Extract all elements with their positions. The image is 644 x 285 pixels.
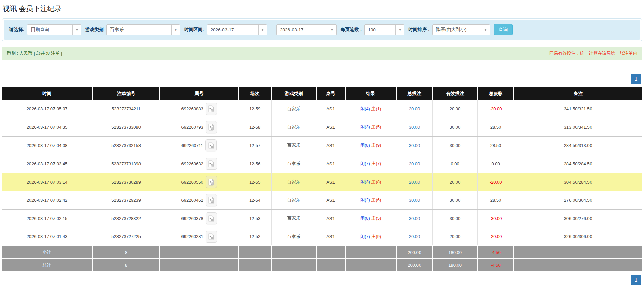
game-type-select[interactable]: 百家乐 ▾ — [106, 24, 180, 35]
table-row: 2026-03-17 07:02:42523273729239692260462… — [2, 191, 642, 209]
result-banker: 庄(1) — [371, 106, 381, 111]
query-type-label: 请选择: — [9, 27, 24, 33]
cell-remark: 313.00/341.50 — [514, 118, 642, 136]
result-player: 闲(4) — [360, 106, 370, 111]
cell-remark: 284.50/313.00 — [514, 136, 642, 155]
total-count: 8 — [92, 259, 160, 271]
game-type-value: 百家乐 — [107, 25, 171, 35]
header-total-bet: 总投注 — [396, 87, 433, 100]
cell-total-bet: 20.00 — [396, 100, 433, 118]
query-type-select[interactable]: 日期查询 ▾ — [27, 24, 81, 35]
search-button[interactable]: 查询 — [494, 24, 513, 35]
result-player: 闲(3) — [360, 124, 370, 129]
cell-session: 12-57 — [238, 136, 271, 155]
cell-payout: -20.00 — [477, 228, 514, 246]
cell-remark: 284.50/284.50 — [514, 155, 642, 173]
round-number: 692260793 — [181, 125, 203, 130]
cell-remark: 341.50/321.50 — [514, 100, 642, 118]
cell-valid-bet: 30.00 — [433, 209, 477, 228]
cell-bet-id: 523273731398 — [92, 155, 160, 173]
cell-table-no: AS1 — [316, 209, 345, 228]
total-bet-link[interactable]: 20.00 — [409, 161, 420, 166]
video-record-icon[interactable] — [206, 158, 217, 170]
cell-result: 闲(7) 庄(9) — [345, 228, 396, 246]
video-record-icon[interactable] — [205, 139, 217, 151]
table-row: 2026-03-17 07:03:45523273731398692260632… — [2, 155, 642, 173]
cell-total-bet: 30.00 — [396, 209, 433, 228]
cell-game-type: 百家乐 — [272, 136, 316, 155]
cell-result: 闲(3) 庄(5) — [345, 118, 396, 136]
video-record-icon[interactable] — [206, 212, 217, 224]
time-range-label: 时间区间: — [184, 27, 204, 33]
subtotal-total-bet: 200.00 — [396, 246, 433, 259]
total-bet-link[interactable]: 30.00 — [409, 125, 420, 130]
video-record-icon[interactable] — [206, 103, 217, 115]
result-banker: 庄(7) — [371, 161, 381, 166]
result-banker: 庄(5) — [371, 124, 381, 129]
video-record-glyph — [208, 124, 214, 131]
chevron-down-icon: ▾ — [328, 25, 336, 35]
total-bet-link[interactable]: 20.00 — [409, 106, 420, 111]
pagination-bottom: 1 — [3, 275, 641, 285]
cell-session: 12-58 — [238, 118, 271, 136]
video-record-icon[interactable] — [206, 176, 217, 188]
cell-round-id: 692260793 — [160, 118, 238, 136]
cell-round-id: 692260281 — [160, 228, 238, 246]
video-record-icon[interactable] — [206, 194, 217, 206]
chevron-down-icon: ▾ — [171, 25, 180, 35]
round-number: 692260711 — [181, 143, 203, 148]
total-bet-link[interactable]: 30.00 — [409, 216, 420, 221]
header-table-no: 桌号 — [316, 87, 345, 100]
header-game-type: 游戏类别 — [272, 87, 316, 100]
page-button[interactable]: 1 — [631, 74, 641, 84]
result-banker: 庄(9) — [371, 143, 381, 148]
filter-bar: 请选择: 日期查询 ▾ 游戏类别 百家乐 ▾ 时间区间: 2026-03-17 … — [4, 20, 640, 40]
cell-result: 闲(8) 庄(5) — [345, 209, 396, 228]
total-bet-link[interactable]: 30.00 — [409, 198, 420, 203]
cell-session: 12-55 — [238, 173, 271, 191]
bet-records-table: 时间 注单编号 局号 场次 游戏类别 桌号 结果 总投注 有效投注 总派彩 备注… — [2, 87, 642, 271]
cell-round-id: 692260462 — [160, 191, 238, 209]
chevron-down-icon: ▾ — [395, 25, 404, 35]
subtotal-row: 小计 8 200.00 180.00 -4.50 — [2, 246, 642, 259]
total-bet-link[interactable]: 20.00 — [409, 180, 420, 185]
date-from-value: 2026-03-17 — [207, 25, 258, 35]
sort-label: 时间排序 : — [408, 27, 429, 33]
cell-bet-id: 523273733080 — [92, 118, 160, 136]
sort-select[interactable]: 降幂(由大到小) ▾ — [432, 24, 490, 35]
date-from-select[interactable]: 2026-03-17 ▾ — [207, 24, 267, 35]
chevron-down-icon: ▾ — [72, 25, 81, 35]
cell-payout: 0.00 — [477, 155, 514, 173]
subtotal-label: 小计 — [2, 246, 92, 259]
subtotal-valid-bet: 180.00 — [433, 246, 477, 259]
valid-bet-notice: 同局有效投注，统一计算在该局第一张注单内 — [549, 50, 637, 56]
cell-game-type: 百家乐 — [272, 228, 316, 246]
round-number: 692260632 — [181, 161, 203, 166]
cell-payout: -30.00 — [477, 209, 514, 228]
cell-total-bet: 20.00 — [396, 228, 433, 246]
total-bet-link[interactable]: 30.00 — [409, 143, 420, 148]
table-row: 2026-03-17 07:02:15523273728322692260378… — [2, 209, 642, 228]
cell-remark: 306.00/276.00 — [514, 209, 642, 228]
cell-bet-id: 523273727225 — [92, 228, 160, 246]
cell-valid-bet: 20.00 — [433, 100, 477, 118]
round-number: 692260378 — [181, 216, 203, 221]
cell-table-no: AS1 — [316, 191, 345, 209]
video-record-icon[interactable] — [206, 231, 217, 243]
date-to-value: 2026-03-17 — [277, 25, 328, 35]
game-type-label: 游戏类别 — [85, 27, 104, 33]
result-player: 闲(2) — [360, 197, 370, 203]
page-size-select[interactable]: 100 ▾ — [364, 24, 404, 35]
cell-time: 2026-03-17 07:01:43 — [2, 228, 92, 246]
cell-valid-bet: 20.00 — [433, 228, 477, 246]
total-bet-link[interactable]: 20.00 — [409, 234, 420, 239]
cell-valid-bet: 30.00 — [433, 136, 477, 155]
header-round-id: 局号 — [160, 87, 238, 100]
cell-round-id: 692260378 — [160, 209, 238, 228]
date-to-select[interactable]: 2026-03-17 ▾ — [276, 24, 337, 35]
table-row: 2026-03-17 07:04:08523273732158692260711… — [2, 136, 642, 155]
result-banker: 庄(8) — [371, 179, 381, 184]
result-banker: 庄(9) — [371, 234, 381, 239]
page-button[interactable]: 1 — [631, 275, 641, 285]
video-record-icon[interactable] — [206, 121, 217, 133]
